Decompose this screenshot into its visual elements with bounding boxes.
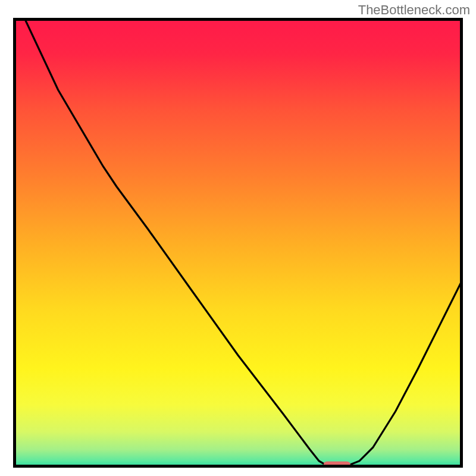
axes-frame-top xyxy=(13,18,463,468)
watermark-text: TheBottleneck.com xyxy=(358,2,470,18)
